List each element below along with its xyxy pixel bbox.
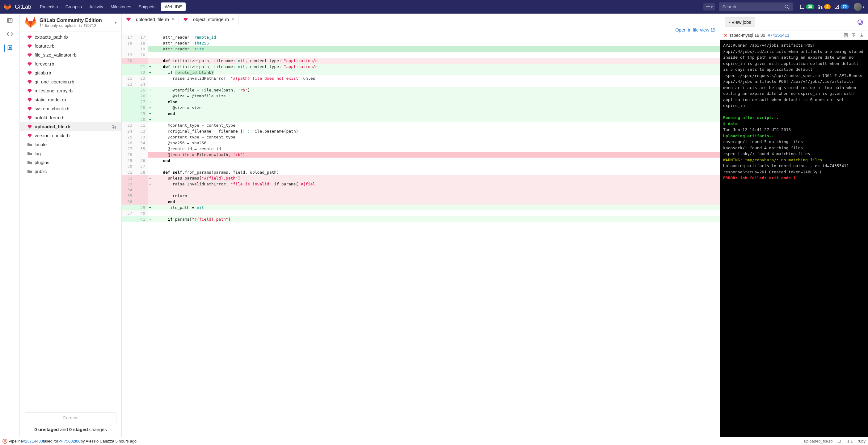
diff-line: 28- @tempfile = File.new(path, 'rb') xyxy=(122,152,720,158)
diff-line: 3138 def self.from_params(params, field,… xyxy=(122,169,720,175)
view-jobs-button[interactable]: ‹ View jobs xyxy=(725,17,755,27)
gitlab-logo-icon xyxy=(4,3,11,10)
cursor-position[interactable]: 1:1 xyxy=(847,439,853,443)
brand-name: GitLab xyxy=(15,4,31,10)
pipeline-link[interactable]: #23714433 xyxy=(23,439,43,443)
web-ide-button[interactable]: Web IDE xyxy=(161,2,186,11)
project-header[interactable]: GitLab Community Edition fix-only-os-upl… xyxy=(20,13,121,32)
svg-point-0 xyxy=(785,5,788,8)
right-panel: ‹ View jobs ✕ rspec-mysql 19 30 #7435541… xyxy=(720,13,868,437)
tree-item-public[interactable]: public xyxy=(20,167,121,176)
svg-point-4 xyxy=(821,7,822,9)
diff-line: 2432 @original_filename = filename || ::… xyxy=(122,128,720,134)
diff-line: 34- xyxy=(122,187,720,193)
changes-summary: 0 unstaged and 0 staged changes xyxy=(25,427,117,432)
diff-line: 32- unless params["#{field}.path"] xyxy=(122,175,720,181)
diff-line: 2123 raise InvalidPathError, "#{path} fi… xyxy=(122,76,720,81)
tree-item-forever-rb[interactable]: forever.rb xyxy=(20,59,121,68)
svg-point-8 xyxy=(9,47,10,49)
tree-item-locale[interactable]: locale xyxy=(20,140,121,149)
svg-point-10 xyxy=(40,26,41,27)
current-file: uploaded_file.rb xyxy=(804,439,833,443)
diff-line: 3037 xyxy=(122,164,720,169)
issues-badge[interactable]: 30 xyxy=(800,4,814,9)
search-input[interactable] xyxy=(722,4,784,9)
job-log-terminal[interactable]: API:Runner /api/v4/jobs artifacts POST /… xyxy=(720,40,868,437)
pipeline-status-icon[interactable] xyxy=(858,20,863,25)
job-header: ✕ rspec-mysql 19 30 #74355411 xyxy=(720,31,868,40)
nav-projects[interactable]: Projects▾ xyxy=(36,2,62,12)
nav-groups[interactable]: Groups▾ xyxy=(62,2,86,12)
line-ending[interactable]: LF xyxy=(837,439,842,443)
svg-point-14 xyxy=(81,26,82,27)
tree-item-unfold_form-rb[interactable]: unfold_form.rb xyxy=(20,113,121,122)
job-id-link[interactable]: #74355411 xyxy=(768,33,789,38)
svg-point-22 xyxy=(60,440,61,442)
diff-view[interactable]: 1717 attr_reader :remote_id1818 attr_rea… xyxy=(122,34,720,437)
close-icon[interactable]: × xyxy=(231,17,234,22)
pipeline-label: Pipeline xyxy=(9,439,23,443)
tree-item-plugins[interactable]: plugins xyxy=(20,158,121,167)
diff-line: 2224 xyxy=(122,81,720,87)
tab-object_storage-rb[interactable]: object_storage.rb× xyxy=(179,13,239,25)
close-icon[interactable]: × xyxy=(172,17,174,22)
diff-line: 1818 attr_reader :sha256 xyxy=(122,40,720,46)
svg-point-16 xyxy=(113,127,114,128)
svg-point-3 xyxy=(818,7,820,9)
diff-line: 41+ if params["#{field}.path"] xyxy=(122,216,720,222)
diff-line: 2533 @content_type = content_type xyxy=(122,134,720,140)
open-file-view-link[interactable]: Open in file view xyxy=(675,27,715,32)
nav-milestones[interactable]: Milestones xyxy=(107,2,135,12)
new-menu-button[interactable]: ▾ xyxy=(703,3,715,10)
branch-name: fix-only-os-uplods xyxy=(45,23,76,28)
tree-item-version_check-rb[interactable]: version_check.rb xyxy=(20,131,121,140)
raw-log-icon[interactable] xyxy=(843,33,848,38)
scroll-bottom-icon[interactable] xyxy=(859,33,864,38)
tree-item-milestone_array-rb[interactable]: milestone_array.rb xyxy=(20,86,121,95)
sidebar: GitLab Community Edition fix-only-os-upl… xyxy=(20,13,122,437)
diff-line: 35- return xyxy=(122,193,720,199)
diff-line: 25+ @tempfile = File.new(path, 'rb') xyxy=(122,87,720,93)
user-avatar[interactable] xyxy=(854,3,862,11)
commit-button[interactable]: Commit xyxy=(25,412,117,423)
tree-item-system_check-rb[interactable]: system_check.rb xyxy=(20,104,121,113)
diff-line: 27+ else xyxy=(122,99,720,105)
tree-item-log[interactable]: log xyxy=(20,149,121,158)
mr-icon xyxy=(79,24,82,27)
editor-area: uploaded_file.rb×object_storage.rb× Open… xyxy=(122,13,720,437)
diff-line: 20- def initialize(path, filename: nil, … xyxy=(122,58,720,64)
diff-line: 29+ end xyxy=(122,111,720,117)
branch-icon xyxy=(39,24,43,27)
commit-link[interactable]: 75602f80 xyxy=(64,439,80,443)
project-icon xyxy=(25,17,36,28)
code-icon[interactable] xyxy=(7,31,13,37)
nav-activity[interactable]: Activity xyxy=(86,2,107,12)
project-dropdown-icon[interactable]: ▾ xyxy=(115,21,117,24)
collapse-icon[interactable] xyxy=(7,17,13,24)
tree-item-gt_one_coercion-rb[interactable]: gt_one_coercion.rb xyxy=(20,77,121,86)
merge-requests-badge[interactable]: 2 xyxy=(818,4,831,9)
todos-badge[interactable]: 79 xyxy=(834,4,849,9)
tab-uploaded_file-rb[interactable]: uploaded_file.rb× xyxy=(122,13,179,25)
commit-icon xyxy=(58,439,63,443)
tree-item-gitlab-rb[interactable]: gitlab.rb xyxy=(20,68,121,77)
review-icon[interactable] xyxy=(7,44,13,51)
commit-panel: Commit 0 unstaged and 0 staged changes xyxy=(20,407,121,437)
tree-item-static_model-rb[interactable]: static_model.rb xyxy=(20,95,121,104)
tree-item-feature-rb[interactable]: feature.rb xyxy=(20,41,121,50)
tree-item-file_size_validator-rb[interactable]: file_size_validator.rb xyxy=(20,50,121,59)
job-name: rspec-mysql 19 30 xyxy=(730,33,765,38)
diff-line: 33- raise InvalidPathError, "file is inv… xyxy=(122,181,720,187)
language-mode[interactable]: ruby xyxy=(858,439,866,443)
svg-point-13 xyxy=(79,26,80,27)
tree-item-extracts_path-rb[interactable]: extracts_path.rb xyxy=(20,32,121,41)
scroll-top-icon[interactable] xyxy=(851,33,856,38)
topbar: GitLab Projects▾Groups▾ActivityMilestone… xyxy=(0,0,868,13)
issues-icon xyxy=(800,4,805,9)
search-box[interactable] xyxy=(719,2,793,11)
nav-snippets[interactable]: Snippets xyxy=(135,2,159,12)
tree-item-uploaded_file-rb[interactable]: uploaded_file.rb xyxy=(20,122,121,131)
diff-line: 28+ @size = size xyxy=(122,105,720,111)
diff-line: 39+ file_path = nil xyxy=(122,205,720,210)
diff-line: 2331 @content_type = content_type xyxy=(122,122,720,128)
